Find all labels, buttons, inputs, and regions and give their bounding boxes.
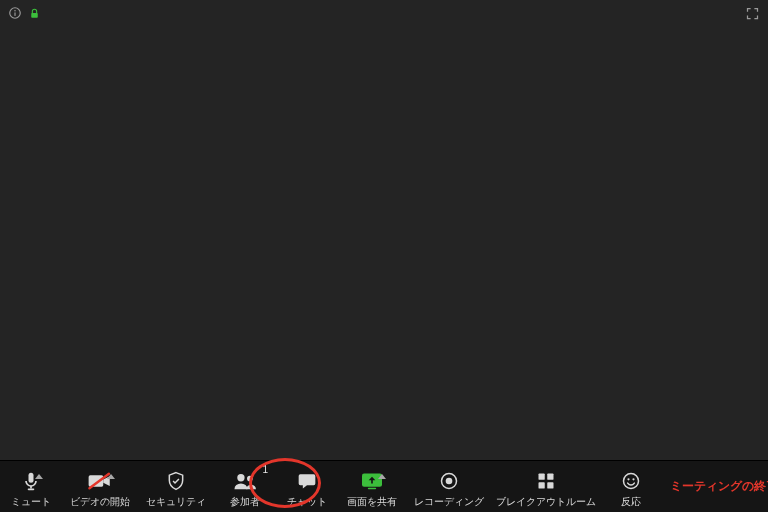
- record-icon: [439, 471, 459, 491]
- security-label: セキュリティ: [146, 496, 206, 508]
- chevron-up-icon[interactable]: [378, 474, 386, 479]
- svg-point-20: [627, 478, 629, 480]
- fullscreen-icon[interactable]: [745, 6, 760, 21]
- end-meeting-button[interactable]: ミーティングの終了: [660, 478, 768, 495]
- chevron-up-icon[interactable]: [35, 474, 43, 479]
- reactions-icon: [621, 471, 641, 491]
- record-button[interactable]: レコーディング: [408, 461, 490, 512]
- share-screen-label: 画面を共有: [347, 496, 397, 508]
- share-screen-button[interactable]: 画面を共有: [336, 461, 408, 512]
- svg-rect-3: [31, 12, 38, 17]
- participants-label: 参加者: [230, 496, 260, 508]
- mute-label: ミュート: [11, 496, 51, 508]
- breakout-icon: [536, 471, 556, 491]
- participants-button[interactable]: 1 参加者: [212, 461, 278, 512]
- breakout-label: ブレイクアウトルーム: [496, 496, 596, 508]
- record-label: レコーディング: [414, 496, 484, 508]
- svg-rect-18: [547, 482, 553, 488]
- security-button[interactable]: セキュリティ: [140, 461, 212, 512]
- svg-point-19: [624, 474, 639, 489]
- participants-icon: [232, 471, 258, 491]
- end-meeting-label: ミーティングの終了: [670, 478, 768, 495]
- chevron-up-icon[interactable]: [107, 474, 115, 479]
- svg-rect-12: [368, 488, 376, 490]
- lock-icon[interactable]: [28, 7, 41, 20]
- svg-point-21: [632, 478, 634, 480]
- svg-point-10: [247, 476, 253, 482]
- svg-rect-15: [539, 474, 545, 480]
- chat-label: チャット: [287, 496, 327, 508]
- svg-rect-17: [539, 482, 545, 488]
- svg-point-1: [14, 10, 16, 12]
- topbar-left: [8, 6, 41, 20]
- svg-rect-16: [547, 474, 553, 480]
- info-icon[interactable]: [8, 6, 22, 20]
- mute-button[interactable]: ミュート: [2, 461, 60, 512]
- breakout-rooms-button[interactable]: ブレイクアウトルーム: [490, 461, 602, 512]
- chat-icon: [296, 471, 318, 491]
- shield-icon: [166, 470, 186, 492]
- start-video-button[interactable]: ビデオの開始: [60, 461, 140, 512]
- svg-rect-2: [14, 12, 15, 16]
- participants-count: 1: [262, 464, 268, 476]
- meeting-toolbar: ミュート ビデオの開始: [0, 460, 768, 512]
- svg-point-9: [237, 474, 244, 481]
- meeting-topbar: [0, 0, 768, 26]
- svg-rect-4: [29, 473, 34, 483]
- topbar-right: [745, 6, 760, 21]
- svg-rect-5: [30, 486, 32, 489]
- zoom-meeting-window: ミュート ビデオの開始: [0, 0, 768, 512]
- reactions-label: 反応: [621, 496, 641, 508]
- start-video-label: ビデオの開始: [70, 496, 130, 508]
- reactions-button[interactable]: 反応: [602, 461, 660, 512]
- svg-point-14: [446, 478, 453, 485]
- chat-button[interactable]: チャット: [278, 461, 336, 512]
- svg-rect-6: [28, 489, 35, 491]
